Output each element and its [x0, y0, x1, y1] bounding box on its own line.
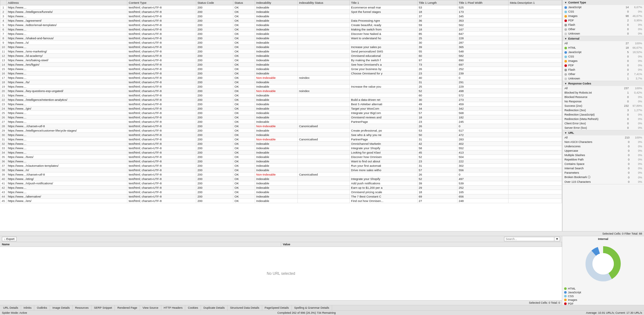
- sidebar-item[interactable]: Blocked Resource00%: [563, 95, 644, 99]
- sidebar-item[interactable]: Unknown00%: [563, 31, 644, 36]
- table-row[interactable]: 3https://www....text/html; charset=UTF-8…: [0, 14, 562, 19]
- sidebar-item[interactable]: CSS00%: [563, 54, 644, 59]
- table-row[interactable]: 45https://www.../ers/text/html; charset=…: [0, 199, 562, 203]
- table-row[interactable]: 42https://www....text/html; charset=UTF-…: [0, 186, 562, 190]
- tab-outlinks[interactable]: Outlinks: [34, 305, 50, 310]
- table-row[interactable]: 6https://www....text/html; charset=UTF-8…: [0, 27, 562, 32]
- tab-spelling-&-grammar-details[interactable]: Spelling & Grammar Details: [292, 305, 332, 310]
- tab-duplicate-details[interactable]: Duplicate Details: [201, 305, 228, 310]
- tab-image-details[interactable]: Image Details: [50, 305, 73, 310]
- sidebar-item[interactable]: PDF20,95%: [563, 18, 644, 23]
- sidebar-item[interactable]: All210100%: [563, 135, 644, 140]
- sidebar-item[interactable]: Success (2xx)23297,89%: [563, 104, 644, 108]
- table-row[interactable]: 4https://www.../agreement/text/html; cha…: [0, 19, 562, 23]
- table-header-title-1[interactable]: Title 1: [350, 0, 417, 5]
- sidebar-item[interactable]: Non ASCII Characters00%: [563, 140, 644, 144]
- table-row[interactable]: 31https://www....text/html; charset=UTF-…: [0, 137, 562, 142]
- table-row[interactable]: 24https://www.../gin/text/html; charset=…: [0, 106, 562, 111]
- sidebar-item[interactable]: Redirection (JavaScript)00%: [563, 112, 644, 117]
- url-header[interactable]: ▼ URL: [563, 130, 644, 135]
- table-row[interactable]: 23https://www....text/html; charset=UTF-…: [0, 102, 562, 106]
- sidebar-item[interactable]: Underscores00%: [563, 144, 644, 149]
- table-row[interactable]: 34https://www....text/html; charset=UTF-…: [0, 150, 562, 155]
- table-row[interactable]: 19https://www....text/html; charset=UTF-…: [0, 84, 562, 89]
- sidebar-item[interactable]: PDF00%: [563, 63, 644, 68]
- table-row[interactable]: 36https://www....text/html; charset=UTF-…: [0, 159, 562, 164]
- tab-pagespeed-details[interactable]: PageSpeed Details: [262, 305, 292, 310]
- tab-cookies[interactable]: Cookies: [185, 305, 201, 310]
- table-row[interactable]: 28https://www..../charset=utf-8text/html…: [0, 124, 562, 128]
- table-header-status[interactable]: Status: [233, 0, 255, 5]
- table-row[interactable]: 20https://www.../key-questions-esp-ungat…: [0, 89, 562, 93]
- table-row[interactable]: 35https://www.../tives/text/html; charse…: [0, 155, 562, 159]
- table-row[interactable]: 14https://www.../ers/figpin/text/html; c…: [0, 62, 562, 67]
- table-row[interactable]: 7https://www....text/html; charset=UTF-8…: [0, 32, 562, 36]
- table-header-title-1-pixel-width[interactable]: Title 1 Pixel Width: [457, 0, 508, 5]
- table-header-[interactable]: [0, 0, 7, 5]
- table-row[interactable]: 11https://www.../sms-marketing/text/html…: [0, 49, 562, 54]
- table-row[interactable]: 26https://www....text/html; charset=UTF-…: [0, 115, 562, 120]
- export-button[interactable]: ↓ Export: [2, 237, 17, 241]
- sidebar-item[interactable]: Redirection (Meta Refresh)00%: [563, 117, 644, 121]
- sidebar-item[interactable]: Flash00%: [563, 23, 644, 27]
- tab-serp-snippet[interactable]: SERP Snippet: [92, 305, 115, 310]
- sidebar-item[interactable]: Contains Space00%: [563, 162, 644, 166]
- sidebar-item[interactable]: Uppercase00%: [563, 149, 644, 153]
- table-row[interactable]: 21https://www....text/html; charset=UTF-…: [0, 93, 562, 98]
- table-row[interactable]: 15https://www....text/html; charset=UTF-…: [0, 67, 562, 71]
- table-row[interactable]: 30https://www....text/html; charset=UTF-…: [0, 133, 562, 137]
- sidebar-item[interactable]: Blocked by Robots.txt10,42%: [563, 90, 644, 95]
- sidebar-item[interactable]: Other00%: [563, 27, 644, 31]
- table-row[interactable]: 1https://www....text/html; charset=UTF-8…: [0, 5, 562, 10]
- table-row[interactable]: 27https://www....text/html; charset=UTF-…: [0, 120, 562, 124]
- table-header-address[interactable]: Address: [7, 0, 127, 5]
- sidebar-item[interactable]: No Response00%: [563, 99, 644, 104]
- table-row[interactable]: 38https://www.../n/text/html; charset=UT…: [0, 168, 562, 172]
- table-row[interactable]: 39https://www..../charset=utf-8text/html…: [0, 172, 562, 177]
- table-row[interactable]: 25https://www....text/html; charset=UTF-…: [0, 111, 562, 115]
- tab-http-headers[interactable]: HTTP Headers: [161, 305, 186, 310]
- sidebar-item[interactable]: Repetitive Path00%: [563, 157, 644, 162]
- table-header-meta-description-1[interactable]: Meta Description 1: [508, 0, 562, 5]
- tab-resources[interactable]: Resources: [73, 305, 92, 310]
- table-row[interactable]: 43https://www....text/html; charset=UTF-…: [0, 190, 562, 194]
- table-header-content-type[interactable]: Content Type: [127, 0, 196, 5]
- table-row[interactable]: 40https://www.../eting/text/html; charse…: [0, 177, 562, 181]
- tab-structured-data-details[interactable]: Structured Data Details: [228, 305, 262, 310]
- sidebar-item[interactable]: Redirection (3xx)31,27%: [563, 108, 644, 112]
- table-row[interactable]: 12https://www.../id-academy/text/html; c…: [0, 54, 562, 58]
- table-header-title-1-length[interactable]: Title 1 Length: [417, 0, 457, 5]
- sidebar-item[interactable]: JavaScript518,52%: [563, 50, 644, 54]
- table-row[interactable]: 2https://www.../intelligence/funnels/tex…: [0, 10, 562, 14]
- sidebar-item[interactable]: Parameters00%: [563, 171, 644, 175]
- sidebar-item[interactable]: Internal Search00%: [563, 166, 644, 171]
- sidebar-item[interactable]: Images9846,67%: [563, 14, 644, 18]
- tab-inlinks[interactable]: Inlinks: [21, 305, 35, 310]
- data-table-wrapper[interactable]: AddressContent TypeStatus CodeStatusInde…: [0, 0, 562, 231]
- table-row[interactable]: 41https://www.../n/push-notifications/te…: [0, 181, 562, 186]
- table-header-status-code[interactable]: Status Code: [196, 0, 233, 5]
- search-dropdown-button[interactable]: ▼: [554, 237, 560, 241]
- table-header-indexability[interactable]: Indexability: [255, 0, 297, 5]
- sidebar-item[interactable]: Over 115 Characters00%: [563, 180, 644, 184]
- table-row[interactable]: 13https://www.../ers/baking-steel/text/h…: [0, 58, 562, 62]
- table-row[interactable]: 10https://www....text/html; charset=UTF-…: [0, 45, 562, 49]
- sidebar-item[interactable]: HTML1866,67%: [563, 46, 644, 50]
- sidebar-item[interactable]: Broken Bookmark ⓘ00%: [563, 175, 644, 180]
- tab-rendered-page[interactable]: Rendered Page: [115, 305, 140, 310]
- table-row[interactable]: 9https://www.../s/text/html; charset=UTF…: [0, 41, 562, 45]
- table-row[interactable]: 16https://www....text/html; charset=UTF-…: [0, 71, 562, 76]
- sidebar-item[interactable]: Flash00%: [563, 68, 644, 72]
- tab-url-details[interactable]: URL Details: [1, 305, 21, 310]
- sidebar-item[interactable]: Server Error (5xx)00%: [563, 126, 644, 130]
- sidebar-item[interactable]: Unknown13,7%: [563, 76, 644, 81]
- sidebar-item[interactable]: Client Error (4xx)00%: [563, 121, 644, 126]
- table-row[interactable]: 22https://www.../intelligence/retention-…: [0, 98, 562, 102]
- response-codes-header[interactable]: ▼ Response Codes: [563, 81, 644, 86]
- sidebar-item[interactable]: All237100%: [563, 86, 644, 90]
- table-row[interactable]: 33https://www....text/html; charset=UTF-…: [0, 146, 562, 150]
- table-row[interactable]: 5https://www.../editor/email-templates/t…: [0, 23, 562, 27]
- sidebar-item[interactable]: Images00%: [563, 59, 644, 63]
- table-row[interactable]: 29https://www.../intelligence/customer-l…: [0, 128, 562, 133]
- table-row[interactable]: 18https://www.../ts/text/html; charset=U…: [0, 80, 562, 84]
